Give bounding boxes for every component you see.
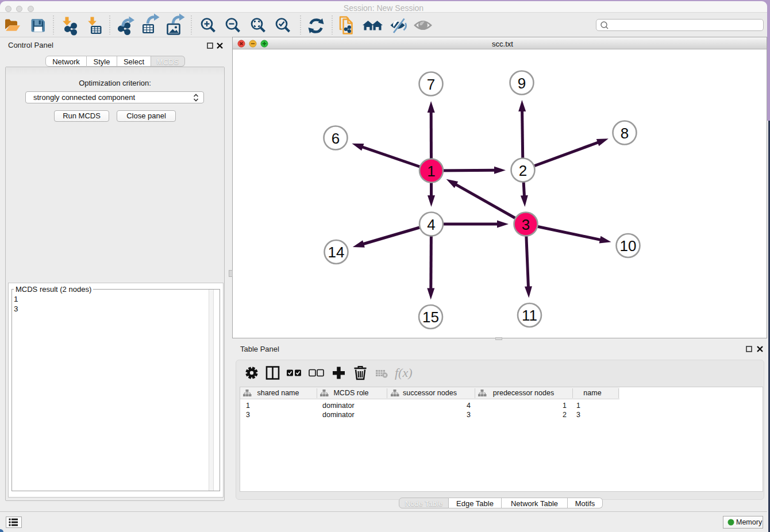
svg-text:f(x): f(x) — [395, 365, 413, 380]
svg-text:7: 7 — [427, 76, 435, 93]
svg-text:15: 15 — [422, 309, 439, 326]
svg-text:2: 2 — [519, 162, 527, 179]
svg-text:8: 8 — [621, 125, 629, 142]
svg-text:11: 11 — [522, 307, 537, 324]
svg-text:3: 3 — [522, 216, 530, 233]
svg-text:4: 4 — [427, 216, 435, 233]
svg-text:1: 1 — [427, 163, 435, 180]
svg-text:9: 9 — [518, 75, 526, 92]
svg-text:14: 14 — [328, 244, 345, 261]
svg-text:6: 6 — [332, 130, 340, 147]
svg-text:10: 10 — [620, 237, 637, 255]
